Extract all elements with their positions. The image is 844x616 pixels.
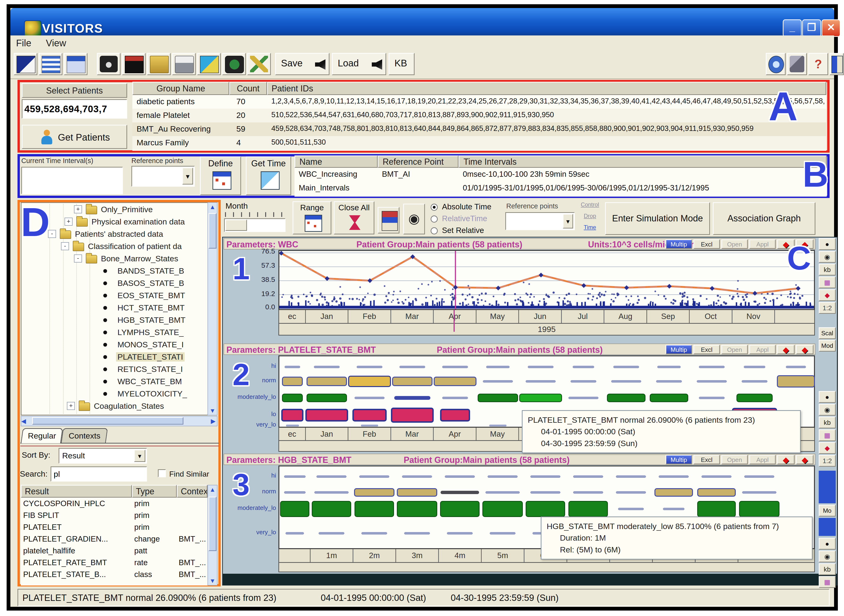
tab-contexts[interactable]: Contexts [61,428,108,443]
state-segment-tan[interactable] [282,377,303,386]
tree-item-label[interactable]: PLATELET_STATI [116,352,185,362]
state-segment-greenbright[interactable] [519,394,562,402]
drop-mini-button[interactable]: Drop [578,213,602,219]
state-segment-thin[interactable] [657,366,681,368]
state-segment-thin[interactable] [573,475,603,478]
state-segment-thin[interactable] [445,475,475,478]
red-arrow-button[interactable]: ◆ [796,455,813,464]
pin-icon[interactable] [787,53,807,75]
red-marker-button[interactable]: ◆ [819,289,836,301]
state-segment-green[interactable] [697,501,736,517]
tree-item-label[interactable]: Bone_Marrow_States [100,254,180,263]
book-icon[interactable] [829,53,844,75]
state-segment-thin[interactable] [744,475,774,478]
tree-item-label[interactable]: Only_Primitive [100,205,154,214]
close-all-button[interactable]: Close All [334,201,374,235]
tree-item-label[interactable]: MYELOTOXICITY_ [116,389,188,398]
state-segment-thin[interactable] [487,475,518,478]
axis-tick-label[interactable]: 1m [310,549,353,562]
globe-icon[interactable] [766,53,785,75]
tree-item-label[interactable]: EOS_STATE_BMT [116,291,186,300]
menu-view[interactable]: View [46,38,66,48]
eye-button[interactable]: ◉ [819,550,836,562]
chevron-down-icon[interactable]: ▼ [182,167,193,185]
eye-button[interactable]: ◉ [819,404,836,416]
state-segment-thin[interactable] [361,532,387,534]
list-item[interactable]: PLATELET_RATE_BMTrateBMT_... [21,557,207,569]
axis-tick-label[interactable]: Apr [433,428,476,440]
state-segment-tanbig[interactable] [777,375,815,387]
mod-button[interactable]: Mod [819,340,836,352]
state-segment-dash[interactable] [489,425,506,427]
state-segment-gold[interactable] [348,376,391,387]
set-relative-radio[interactable] [431,227,438,235]
reference-points-combo[interactable]: ▼ [131,166,195,187]
restore-button[interactable]: ❐ [802,19,821,37]
state-segment-thin[interactable] [618,508,644,510]
axis-tick-label[interactable]: May [476,428,518,440]
state-segment-green[interactable] [397,501,437,517]
kb-button[interactable]: KB [389,53,415,75]
axis-tick-label[interactable]: Jul [561,310,604,323]
state-segment-green[interactable] [355,501,394,517]
tree-expander-icon[interactable]: - [61,242,69,250]
state-segment-thin[interactable] [530,491,561,494]
axis-tick-label[interactable]: Feb [348,310,390,323]
appl-button[interactable]: Appl [749,239,776,249]
col-type[interactable]: Type [132,485,177,498]
list-item[interactable]: platelet_halflifepatt [21,545,207,557]
state-segment-thin[interactable] [525,380,556,383]
state-segment-thin[interactable] [317,475,346,478]
dot-button[interactable]: ● [819,391,836,403]
axis-tick-label[interactable]: May [476,310,518,323]
appl-button[interactable]: Appl [749,455,776,464]
absolute-time-radio[interactable] [431,204,438,211]
results-table[interactable]: Result Type Context CYCLOSPORIN_HPLCprim… [21,485,207,585]
table-row[interactable]: BMT_Au Recovering59459,528,634,703,748,7… [132,122,826,136]
panel1-month-axis[interactable]: ecJanFebMarAprMayJunJulAugSepOctNov [279,310,815,324]
chart-view-icon[interactable] [14,53,37,75]
results-vscrollbar[interactable]: ▲ ▼ [207,485,217,585]
state-segment-green[interactable] [478,394,518,402]
mo-button[interactable]: Mo [819,505,836,516]
kb-button[interactable]: kb [819,417,836,428]
state-segment-thin[interactable] [404,532,430,534]
state-segment-thin[interactable] [314,366,340,368]
intervals-table[interactable]: Name Reference Point Time Intervals WBC_… [295,155,827,197]
state-segment-thin[interactable] [568,397,599,399]
patient-ids-input[interactable] [22,99,127,119]
state-segment-dark[interactable] [440,491,479,494]
state-segment-thin[interactable] [744,366,765,368]
state-segment-thin[interactable] [284,491,305,494]
select-patients-header[interactable]: Select Patients [22,83,127,98]
state-segment-crim[interactable] [352,409,387,421]
state-segment-thin[interactable] [699,397,725,399]
tree-item-label[interactable]: Classification of patient da [87,242,183,251]
state-segment-crim[interactable] [305,409,348,421]
dot-button[interactable]: ● [819,538,836,550]
save-button[interactable]: Save [275,53,329,75]
define-button[interactable]: Define [200,156,241,195]
state-segment-thin[interactable] [442,397,468,399]
state-segment-tan[interactable] [307,377,347,386]
excl-button[interactable]: Excl [693,239,720,249]
enter-simulation-button[interactable]: Enter Simulation Mode [605,202,710,235]
patient-groups-table[interactable]: Group Name Count Patient IDs diabetic pa… [132,82,826,151]
tree-expander-icon[interactable]: - [74,254,82,263]
state-segment-thin[interactable] [483,380,513,383]
state-segment-thin[interactable] [611,380,641,383]
state-segment-thin[interactable] [286,532,304,534]
tree-item-label[interactable]: RETICS_STATE_I [116,365,184,374]
settings-wrench-icon[interactable] [247,53,271,75]
state-segment-green[interactable] [280,501,310,517]
state-segment-thin[interactable] [490,532,515,534]
state-segment-thin[interactable] [355,397,385,399]
multip-button[interactable]: Multip [666,455,692,464]
tree-item-label[interactable]: BANDS_STATE_B [116,266,185,276]
title-bar[interactable]: VISITORS _ ❐ ✕ [10,8,834,35]
axis-tick-label[interactable]: 5m [481,549,524,562]
state-segment-tan[interactable] [655,488,693,497]
state-segment-crim[interactable] [440,409,470,421]
chevron-down-icon[interactable]: ▼ [563,214,573,229]
state-segment-thin[interactable] [616,491,646,494]
